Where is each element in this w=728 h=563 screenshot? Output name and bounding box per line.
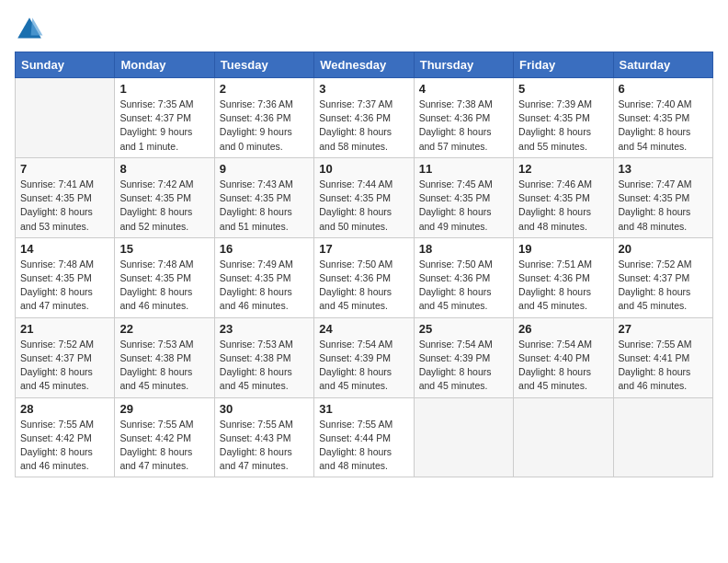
calendar-cell: 11Sunrise: 7:45 AM Sunset: 4:35 PM Dayli… [414,157,513,237]
day-info: Sunrise: 7:35 AM Sunset: 4:37 PM Dayligh… [119,98,209,154]
calendar-cell [613,397,712,477]
calendar-cell: 31Sunrise: 7:55 AM Sunset: 4:44 PM Dayli… [314,397,414,477]
calendar-cell: 27Sunrise: 7:55 AM Sunset: 4:41 PM Dayli… [613,317,712,397]
day-number: 24 [319,322,408,336]
day-info: Sunrise: 7:45 AM Sunset: 4:35 PM Dayligh… [419,178,508,234]
calendar-cell: 14Sunrise: 7:48 AM Sunset: 4:35 PM Dayli… [16,237,115,317]
day-number: 1 [119,82,209,96]
calendar-cell: 7Sunrise: 7:41 AM Sunset: 4:35 PM Daylig… [16,157,115,237]
day-info: Sunrise: 7:41 AM Sunset: 4:35 PM Dayligh… [20,178,109,234]
day-info: Sunrise: 7:47 AM Sunset: 4:35 PM Dayligh… [619,178,708,234]
day-info: Sunrise: 7:43 AM Sunset: 4:35 PM Dayligh… [220,178,309,234]
day-info: Sunrise: 7:53 AM Sunset: 4:38 PM Dayligh… [220,338,309,394]
calendar-cell: 2Sunrise: 7:36 AM Sunset: 4:36 PM Daylig… [214,78,313,158]
logo-icon [15,15,44,44]
day-number: 10 [319,162,408,176]
day-number: 26 [518,322,608,336]
calendar-cell: 21Sunrise: 7:52 AM Sunset: 4:37 PM Dayli… [16,317,115,397]
day-info: Sunrise: 7:55 AM Sunset: 4:44 PM Dayligh… [319,418,408,474]
day-info: Sunrise: 7:51 AM Sunset: 4:36 PM Dayligh… [518,258,608,314]
day-info: Sunrise: 7:49 AM Sunset: 4:35 PM Dayligh… [220,258,309,314]
calendar-cell: 18Sunrise: 7:50 AM Sunset: 4:36 PM Dayli… [414,237,513,317]
calendar-cell: 23Sunrise: 7:53 AM Sunset: 4:38 PM Dayli… [214,317,313,397]
day-number: 16 [220,242,309,256]
calendar-cell: 26Sunrise: 7:54 AM Sunset: 4:40 PM Dayli… [514,317,613,397]
day-number: 6 [619,82,708,96]
day-info: Sunrise: 7:39 AM Sunset: 4:35 PM Dayligh… [518,98,608,154]
day-info: Sunrise: 7:48 AM Sunset: 4:35 PM Dayligh… [119,258,209,314]
calendar-cell: 9Sunrise: 7:43 AM Sunset: 4:35 PM Daylig… [214,157,313,237]
logo [15,15,48,44]
calendar-cell: 8Sunrise: 7:42 AM Sunset: 4:35 PM Daylig… [115,157,214,237]
calendar-cell: 15Sunrise: 7:48 AM Sunset: 4:35 PM Dayli… [115,237,214,317]
day-number: 13 [619,162,708,176]
day-number: 2 [220,82,309,96]
day-info: Sunrise: 7:55 AM Sunset: 4:43 PM Dayligh… [220,418,309,474]
day-info: Sunrise: 7:54 AM Sunset: 4:39 PM Dayligh… [319,338,408,394]
day-info: Sunrise: 7:54 AM Sunset: 4:40 PM Dayligh… [518,338,608,394]
day-number: 25 [419,322,508,336]
day-info: Sunrise: 7:46 AM Sunset: 4:35 PM Dayligh… [518,178,608,234]
day-info: Sunrise: 7:36 AM Sunset: 4:36 PM Dayligh… [220,98,309,154]
day-info: Sunrise: 7:53 AM Sunset: 4:38 PM Dayligh… [119,338,209,394]
calendar-week-row: 7Sunrise: 7:41 AM Sunset: 4:35 PM Daylig… [16,157,713,237]
svg-marker-1 [31,17,43,35]
day-number: 20 [619,242,708,256]
day-header-thursday: Thursday [414,52,513,78]
day-header-friday: Friday [514,52,613,78]
calendar-cell [514,397,613,477]
calendar-cell: 28Sunrise: 7:55 AM Sunset: 4:42 PM Dayli… [16,397,115,477]
calendar-cell [16,78,115,158]
page-header [15,15,713,44]
day-info: Sunrise: 7:54 AM Sunset: 4:39 PM Dayligh… [419,338,508,394]
day-info: Sunrise: 7:37 AM Sunset: 4:36 PM Dayligh… [319,98,408,154]
day-number: 14 [20,242,109,256]
calendar-header-row: SundayMondayTuesdayWednesdayThursdayFrid… [16,52,713,78]
calendar-cell: 4Sunrise: 7:38 AM Sunset: 4:36 PM Daylig… [414,78,513,158]
day-number: 5 [518,82,608,96]
day-number: 4 [419,82,508,96]
calendar-cell: 22Sunrise: 7:53 AM Sunset: 4:38 PM Dayli… [115,317,214,397]
calendar-cell: 20Sunrise: 7:52 AM Sunset: 4:37 PM Dayli… [613,237,712,317]
day-header-wednesday: Wednesday [314,52,414,78]
calendar-cell: 17Sunrise: 7:50 AM Sunset: 4:36 PM Dayli… [314,237,414,317]
calendar-cell: 30Sunrise: 7:55 AM Sunset: 4:43 PM Dayli… [214,397,313,477]
calendar-cell: 12Sunrise: 7:46 AM Sunset: 4:35 PM Dayli… [514,157,613,237]
calendar-cell: 25Sunrise: 7:54 AM Sunset: 4:39 PM Dayli… [414,317,513,397]
calendar-cell: 3Sunrise: 7:37 AM Sunset: 4:36 PM Daylig… [314,78,414,158]
day-header-saturday: Saturday [613,52,712,78]
calendar-cell: 19Sunrise: 7:51 AM Sunset: 4:36 PM Dayli… [514,237,613,317]
calendar-week-row: 28Sunrise: 7:55 AM Sunset: 4:42 PM Dayli… [16,397,713,477]
day-header-sunday: Sunday [16,52,115,78]
calendar-cell: 13Sunrise: 7:47 AM Sunset: 4:35 PM Dayli… [613,157,712,237]
day-info: Sunrise: 7:50 AM Sunset: 4:36 PM Dayligh… [319,258,408,314]
day-number: 29 [119,402,209,416]
day-info: Sunrise: 7:50 AM Sunset: 4:36 PM Dayligh… [419,258,508,314]
day-number: 19 [518,242,608,256]
calendar-week-row: 1Sunrise: 7:35 AM Sunset: 4:37 PM Daylig… [16,78,713,158]
calendar-cell: 6Sunrise: 7:40 AM Sunset: 4:35 PM Daylig… [613,78,712,158]
day-info: Sunrise: 7:44 AM Sunset: 4:35 PM Dayligh… [319,178,408,234]
calendar-week-row: 14Sunrise: 7:48 AM Sunset: 4:35 PM Dayli… [16,237,713,317]
calendar-cell: 29Sunrise: 7:55 AM Sunset: 4:42 PM Dayli… [115,397,214,477]
day-number: 27 [619,322,708,336]
calendar-cell: 24Sunrise: 7:54 AM Sunset: 4:39 PM Dayli… [314,317,414,397]
day-number: 28 [20,402,109,416]
day-header-monday: Monday [115,52,214,78]
day-info: Sunrise: 7:48 AM Sunset: 4:35 PM Dayligh… [20,258,109,314]
day-header-tuesday: Tuesday [214,52,313,78]
calendar-cell: 5Sunrise: 7:39 AM Sunset: 4:35 PM Daylig… [514,78,613,158]
day-info: Sunrise: 7:38 AM Sunset: 4:36 PM Dayligh… [419,98,508,154]
day-number: 11 [419,162,508,176]
day-info: Sunrise: 7:52 AM Sunset: 4:37 PM Dayligh… [619,258,708,314]
day-info: Sunrise: 7:55 AM Sunset: 4:41 PM Dayligh… [619,338,708,394]
day-number: 7 [20,162,109,176]
day-number: 17 [319,242,408,256]
calendar-table: SundayMondayTuesdayWednesdayThursdayFrid… [15,52,713,477]
day-info: Sunrise: 7:40 AM Sunset: 4:35 PM Dayligh… [619,98,708,154]
day-number: 30 [220,402,309,416]
day-info: Sunrise: 7:55 AM Sunset: 4:42 PM Dayligh… [119,418,209,474]
calendar-cell [414,397,513,477]
day-number: 23 [220,322,309,336]
day-number: 12 [518,162,608,176]
